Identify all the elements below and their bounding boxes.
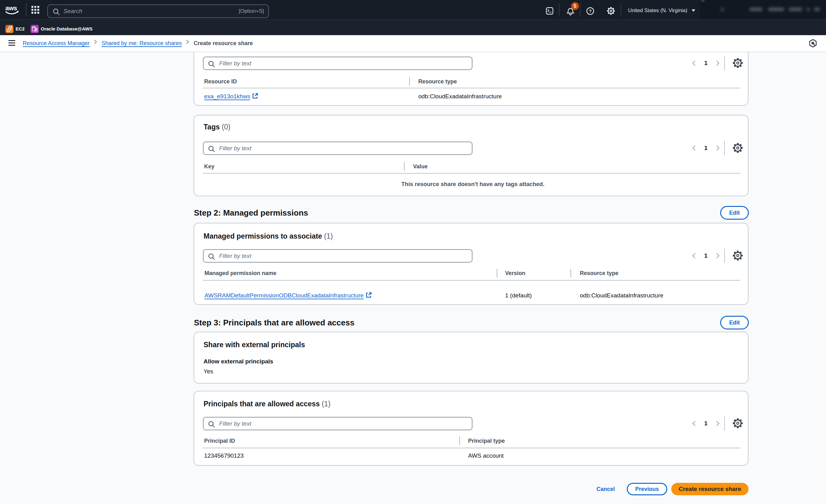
svg-text:?: ? <box>589 9 592 14</box>
svg-text:aws: aws <box>5 5 17 11</box>
